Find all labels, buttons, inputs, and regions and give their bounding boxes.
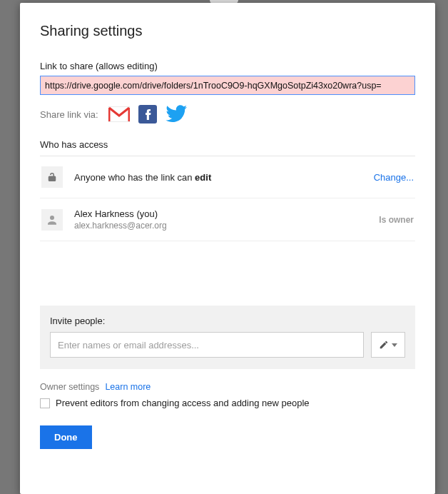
invite-permission-button[interactable] xyxy=(371,332,405,358)
invite-row xyxy=(50,332,405,358)
access-row-owner: Alex Harkness (you) alex.harkness@acer.o… xyxy=(40,198,415,241)
public-access-text: Anyone who has the link can edit xyxy=(74,172,374,183)
prevent-editors-label: Prevent editors from changing access and… xyxy=(56,398,310,408)
owner-settings-label: Owner settings xyxy=(40,382,99,392)
chevron-down-icon xyxy=(392,343,397,347)
done-button[interactable]: Done xyxy=(40,425,92,449)
gmail-icon[interactable] xyxy=(108,106,130,122)
share-url-input[interactable] xyxy=(40,76,415,95)
svg-point-4 xyxy=(50,216,54,220)
public-access-prefix: Anyone who has the link can xyxy=(74,172,195,183)
learn-more-link[interactable]: Learn more xyxy=(105,382,151,392)
sharing-settings-dialog: Sharing settings Link to share (allows e… xyxy=(20,3,435,494)
access-row-public: Anyone who has the link can edit Change.… xyxy=(40,156,415,198)
invite-label: Invite people: xyxy=(50,316,405,326)
owner-email: alex.harkness@acer.org xyxy=(74,221,379,231)
dialog-title: Sharing settings xyxy=(40,23,415,39)
twitter-icon[interactable] xyxy=(166,105,187,123)
change-access-link[interactable]: Change... xyxy=(374,172,414,183)
pencil-icon xyxy=(379,340,389,350)
invite-people-box: Invite people: xyxy=(40,306,415,369)
owner-name: Alex Harkness (you) xyxy=(74,208,379,219)
prevent-editors-checkbox[interactable] xyxy=(40,398,50,408)
who-has-access-label: Who has access xyxy=(40,139,415,150)
owner-access-text: Alex Harkness (you) alex.harkness@acer.o… xyxy=(74,208,379,231)
owner-badge: Is owner xyxy=(379,215,414,225)
facebook-icon[interactable] xyxy=(138,105,157,123)
share-via-row: Share link via: xyxy=(40,105,415,123)
prevent-editors-row: Prevent editors from changing access and… xyxy=(40,398,415,408)
person-icon xyxy=(41,209,63,231)
link-to-share-label: Link to share (allows editing) xyxy=(40,61,415,71)
link-access-icon xyxy=(41,166,63,188)
invite-input[interactable] xyxy=(50,332,364,358)
share-via-label: Share link via: xyxy=(40,109,98,120)
owner-settings-row: Owner settings Learn more xyxy=(40,382,415,392)
share-icons xyxy=(108,105,187,123)
public-access-perm: edit xyxy=(195,172,211,183)
